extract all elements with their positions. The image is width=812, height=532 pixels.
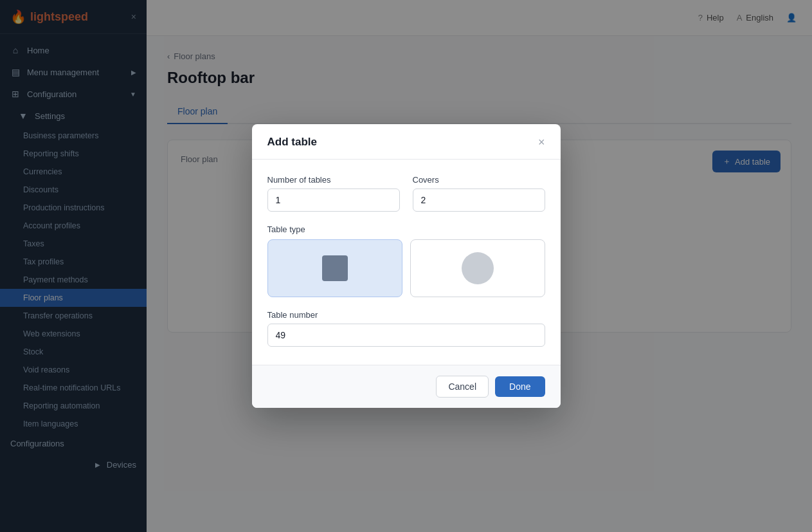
table-type-options	[267, 239, 545, 297]
covers-input[interactable]	[413, 188, 545, 212]
table-circle-icon	[462, 252, 494, 284]
table-square-icon	[322, 255, 348, 281]
number-of-tables-label: Number of tables	[267, 175, 400, 185]
modal-overlay: Add table × Number of tables Covers Tabl…	[0, 0, 812, 532]
table-number-input[interactable]	[267, 324, 545, 347]
table-number-group: Table number	[267, 310, 545, 347]
done-button[interactable]: Done	[495, 376, 545, 397]
table-type-label: Table type	[267, 225, 545, 234]
table-type-section: Table type	[267, 225, 545, 297]
table-number-label: Table number	[267, 310, 545, 320]
modal-close-button[interactable]: ×	[538, 136, 545, 148]
add-table-modal: Add table × Number of tables Covers Tabl…	[252, 124, 561, 408]
covers-group: Covers	[413, 175, 545, 212]
modal-body: Number of tables Covers Table type	[252, 160, 561, 365]
number-of-tables-group: Number of tables	[267, 175, 400, 212]
table-type-circle-option[interactable]	[410, 239, 545, 297]
modal-footer: Cancel Done	[252, 365, 561, 408]
cancel-button[interactable]: Cancel	[436, 376, 489, 398]
modal-header: Add table ×	[252, 124, 561, 160]
form-row-tables-covers: Number of tables Covers	[267, 175, 545, 212]
modal-title: Add table	[267, 136, 317, 149]
table-type-square-option[interactable]	[267, 239, 402, 297]
covers-label: Covers	[413, 175, 545, 185]
number-of-tables-input[interactable]	[267, 188, 400, 212]
